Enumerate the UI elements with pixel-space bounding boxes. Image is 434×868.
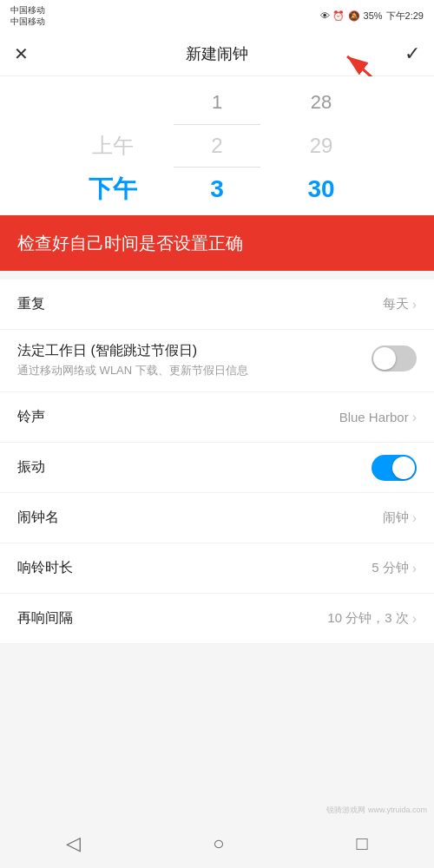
vibration-toggle-area[interactable]	[372, 455, 417, 481]
settings-item-duration[interactable]: 响铃时长 5 分钟 ›	[0, 543, 434, 594]
minute-selected: 30	[269, 168, 373, 211]
time-label: 下午2:29	[386, 10, 424, 23]
close-button[interactable]: ✕	[14, 43, 29, 64]
minute-above: 28	[269, 81, 373, 124]
alarmname-value: 闹钟 ›	[383, 510, 417, 526]
ringtone-title: 铃声	[17, 408, 339, 426]
settings-item-repeat[interactable]: 重复 每天 ›	[0, 279, 434, 330]
snooze-value: 10 分钟，3 次 ›	[327, 610, 417, 627]
ampm-column[interactable]: 上午 下午	[61, 81, 165, 211]
repeat-chevron: ›	[412, 297, 417, 312]
duration-value: 5 分钟 ›	[372, 560, 417, 576]
carrier2-label: 中国移动	[10, 16, 45, 27]
settings-list: 重复 每天 › 法定工作日 (智能跳过节假日) 通过移动网络或 WLAN 下载、…	[0, 279, 434, 644]
holiday-toggle-area[interactable]	[372, 345, 417, 372]
home-button[interactable]: ○	[192, 825, 245, 862]
settings-item-ringtone[interactable]: 铃声 Blue Harbor ›	[0, 392, 434, 443]
status-bar: 中国移动 中国移动 👁 ⏰ 🔕 35% 下午2:29	[0, 0, 434, 31]
alert-banner: 检查好自己时间是否设置正确	[0, 215, 434, 271]
holiday-title: 法定工作日 (智能跳过节假日)	[17, 342, 372, 360]
hour-selected: 3	[165, 168, 269, 211]
carrier-info: 中国移动 中国移动	[10, 4, 45, 27]
ampm-above	[61, 81, 165, 124]
snooze-chevron: ›	[412, 611, 417, 627]
repeat-title: 重复	[17, 295, 383, 313]
holiday-toggle[interactable]	[372, 345, 417, 372]
hour-column[interactable]: 1 2 3	[165, 81, 269, 211]
alarmname-chevron: ›	[412, 510, 417, 526]
top-bar: ✕ 新建闹钟 ✓	[0, 31, 434, 76]
battery-label: 35%	[364, 10, 383, 21]
status-right: 👁 ⏰ 🔕 35% 下午2:29	[320, 10, 424, 23]
confirm-button[interactable]: ✓	[404, 43, 420, 65]
recent-button[interactable]: □	[336, 825, 389, 862]
settings-item-vibration[interactable]: 振动	[0, 443, 434, 493]
ringtone-value: Blue Harbor ›	[339, 410, 417, 425]
ampm-selected: 下午	[61, 168, 165, 211]
vibration-toggle-knob	[392, 457, 415, 479]
status-icons: 👁 ⏰ 🔕	[320, 10, 359, 22]
back-button[interactable]: ◁	[45, 825, 102, 862]
alert-text: 检查好自己时间是否设置正确	[17, 233, 243, 253]
settings-item-alarmname[interactable]: 闹钟名 闹钟 ›	[0, 493, 434, 543]
bottom-nav: ◁ ○ □	[0, 819, 434, 868]
time-picker[interactable]: 上午 下午 1 2 3 28 29 30	[0, 76, 434, 215]
settings-item-holiday[interactable]: 法定工作日 (智能跳过节假日) 通过移动网络或 WLAN 下载、更新节假日信息	[0, 330, 434, 392]
hour-above: 1	[165, 81, 269, 124]
minute-mid: 29	[269, 124, 373, 168]
carrier1-label: 中国移动	[10, 4, 45, 16]
holiday-subtitle: 通过移动网络或 WLAN 下载、更新节假日信息	[17, 363, 372, 378]
hour-mid: 2	[165, 124, 269, 168]
repeat-value: 每天 ›	[383, 296, 417, 312]
page-title: 新建闹钟	[186, 43, 248, 64]
minute-column[interactable]: 28 29 30	[269, 81, 373, 211]
alarmname-title: 闹钟名	[17, 509, 383, 527]
duration-chevron: ›	[412, 561, 417, 576]
watermark: 锐骑游戏网 www.ytruida.com	[326, 805, 427, 816]
snooze-title: 再响间隔	[17, 609, 327, 628]
vibration-title: 振动	[17, 458, 372, 477]
duration-title: 响铃时长	[17, 559, 372, 577]
settings-item-snooze[interactable]: 再响间隔 10 分钟，3 次 ›	[0, 594, 434, 644]
ampm-mid: 上午	[61, 124, 165, 168]
holiday-toggle-knob	[373, 347, 396, 370]
ringtone-chevron: ›	[412, 410, 417, 425]
vibration-toggle[interactable]	[372, 455, 417, 481]
